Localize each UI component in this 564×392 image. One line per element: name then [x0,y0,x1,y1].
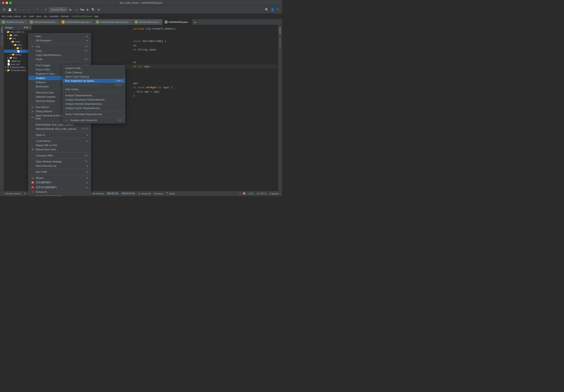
submenu-code-cleanup[interactable]: Code Cleanup... [63,70,125,74]
tab-close[interactable]: × [159,21,160,23]
tab-helloworldobj[interactable]: HelloWorldObj.java × [163,19,192,25]
more-tabs-button[interactable]: ▾ [193,20,198,25]
tab-close[interactable]: × [25,21,26,23]
menu-item-copy[interactable]: Copy ⌘C [28,49,91,53]
tab-helloworlddao[interactable]: HelloWorldDao.java × [133,19,163,25]
status-version-control[interactable]: ⑂ Version Control [2,191,22,196]
sync-button[interactable]: ↻ [13,7,18,12]
status-sonar[interactable]: ◎ SonarLint [137,191,152,196]
menu-item-cut[interactable]: ✂ Cut ⌘X [28,44,91,49]
status-indent[interactable]: 4 spaces [268,192,280,195]
coverage-button[interactable]: ☂▶ [80,7,84,12]
tree-item-pom[interactable]: 📄 pom.xml [4,63,32,66]
vcs-button[interactable]: ⑂ [35,7,40,12]
submenu-silent-cleanup[interactable]: Silent Code Cleanup [63,74,125,79]
tree-item-src[interactable]: ▾ 📂 src [4,37,32,40]
menu-item-jd-security[interactable]: JD 京东安全编码规约 ▶ [28,185,91,190]
submenu-analyze-module[interactable]: Analyze Module Dependencies... [63,102,125,106]
profile-button[interactable]: 👤 [270,7,275,12]
maven-panel-toggle[interactable]: Maven [279,26,282,36]
status-build[interactable]: 🔨 Build [165,191,176,196]
tab-close[interactable]: × [91,21,92,23]
debug-button[interactable]: ⑂▶ [74,7,79,12]
editor-area[interactable]: package org.example.domain; class HelloW… [123,25,278,191]
submenu-analyze-backward[interactable]: Analyze Backward Dependencies... [63,98,125,102]
search-everywhere-button[interactable]: 🔍 [91,7,96,12]
menu-item-mark-directory[interactable]: Mark Directory as ▶ [28,164,91,168]
tree-item-scratches[interactable]: ▶ 📂 Scratches and... [4,69,32,72]
menu-button[interactable]: ☰ [2,7,6,12]
tree-item-main[interactable]: ▾ 📂 main [4,40,32,43]
cursor-button[interactable]: ↖ [43,7,48,12]
run-button[interactable]: ▶ [68,7,73,12]
panel-minimize[interactable]: — [29,26,31,29]
tab-helloserviceimpl[interactable]: HelloServiceImpl.java × [28,19,60,25]
maximize-button[interactable] [9,2,12,4]
save-button[interactable]: 💾 [7,7,12,12]
menu-item-jd-code[interactable]: JD 京东编码规约 ▶ [28,180,91,185]
breadcrumb-java[interactable]: java [37,15,41,18]
tree-item-selected[interactable]: 📄 c [4,50,32,53]
menu-item-new[interactable]: New ▶ [28,34,91,38]
submenu-show-vulnerable[interactable]: Show Vulnerable Dependencies [63,112,125,116]
tab-close[interactable]: × [56,21,57,23]
status-risk[interactable]: 风险组件扫描 [120,191,137,196]
submenu-infer-nullity[interactable]: Infer Nullity... [63,87,125,91]
menu-item-maven[interactable]: m Maven ▶ [28,176,91,180]
status-warnings[interactable]: ⚠ 5 [238,192,247,195]
submenu-analyze-sonar[interactable]: ◎ Analyze with SonarLint ⇧⌘S [63,118,125,122]
menu-item-module-settings[interactable]: Open Module Settings ⌘↓ [28,159,91,164]
breadcrumb-root[interactable]: test_code_reduce [2,15,21,18]
breadcrumb-member[interactable]: age [95,15,99,18]
tab-close[interactable]: × [129,21,131,23]
menu-item-db-navigator[interactable]: DB Navigator ▶ [28,38,91,42]
menu-item-analyze-deps[interactable]: Analyze Dependencies... [28,194,91,196]
tree-item-root[interactable]: ▾ 📁 test_code_re... [4,30,32,33]
menu-item-run-pmd[interactable]: Run PMD ▶ [28,170,91,174]
replace-button[interactable]: ⚙ [97,7,101,12]
breadcrumb-example[interactable]: example [49,15,58,18]
status-services[interactable]: Services [153,191,165,196]
status-line-col[interactable]: 6:21 [247,192,255,195]
minimize-button[interactable] [6,2,8,4]
tree-item-gitignore[interactable]: 📄 .gitignore [4,59,32,63]
help-button[interactable]: ? [276,7,280,12]
menu-item-rebuild-module[interactable]: Rebuild Module 'test_code_reduce' ⌘⇧F9 [28,127,91,131]
breadcrumb-domain[interactable]: domain [61,15,69,18]
breadcrumb-src[interactable]: src [23,15,27,18]
menu-item-local-history[interactable]: Local History ▶ [28,139,91,143]
breadcrumb-file[interactable]: HelloWorldObj.java [71,15,92,18]
tree-item-resou[interactable]: ▶ 📂 resou [4,53,32,56]
tab-helloworldmanagerimpl[interactable]: HelloWorldManagerImpl.java × [94,19,133,25]
tree-item-test[interactable]: ▶ 📂 test [4,56,32,59]
panel-expand[interactable]: ☰ [24,26,26,29]
submenu-analyze-cyclic[interactable]: Analyze Cyclic Dependencies... [63,106,125,110]
project-panel-toggle[interactable]: Project [1,26,3,34]
search-button[interactable]: 🔍 [264,7,269,12]
tree-item-ext-lib[interactable]: ▶ 🗄 External Libra... [4,66,32,69]
menu-item-open-in[interactable]: Open In ▶ [28,133,91,137]
tree-item-java[interactable]: ▾ 📂 java [4,43,32,46]
menu-item-copy-path[interactable]: Copy Path/Reference... [28,53,91,57]
breadcrumb-org[interactable]: org [43,15,47,18]
tab-helloworldmanager[interactable]: HelloWorldManager.java × [60,19,94,25]
close-button[interactable] [2,2,4,4]
tab-worldservice[interactable]: WorldService.java × [0,19,28,25]
menu-item-paste[interactable]: Paste ⌘V [28,57,91,61]
submenu-run-inspection[interactable]: Run Inspection by Name... ⌥⌘⇧I [63,79,125,83]
run-config-dropdown[interactable]: Current File ▾ [49,7,67,12]
menu-item-reload-disk[interactable]: ↻ Reload from Disk [28,147,91,152]
tab-close[interactable]: × [189,21,190,23]
breadcrumb-main[interactable]: main [29,15,34,18]
notifications-panel-toggle[interactable]: Notifications [279,36,281,50]
menu-item-compare-with[interactable]: Compare With... ⌘D [28,154,91,158]
menu-item-repair-ide[interactable]: Repair IDE on File [28,143,91,147]
submenu-analyze-deps[interactable]: Analyze Dependencies... [63,93,125,98]
tree-item-or[interactable]: ▾ 📂 or [4,46,32,50]
forward-button[interactable]: → [27,7,32,12]
submenu-inspect-code[interactable]: Inspect Code... [63,66,125,70]
db-browser-toggle[interactable]: DB Browser [1,34,3,46]
status-encoding[interactable]: LF UTF-8 [255,192,268,195]
panel-settings[interactable]: ⚙ [26,26,28,29]
tree-item-idea[interactable]: ▶ 📂 .idea [4,33,32,37]
